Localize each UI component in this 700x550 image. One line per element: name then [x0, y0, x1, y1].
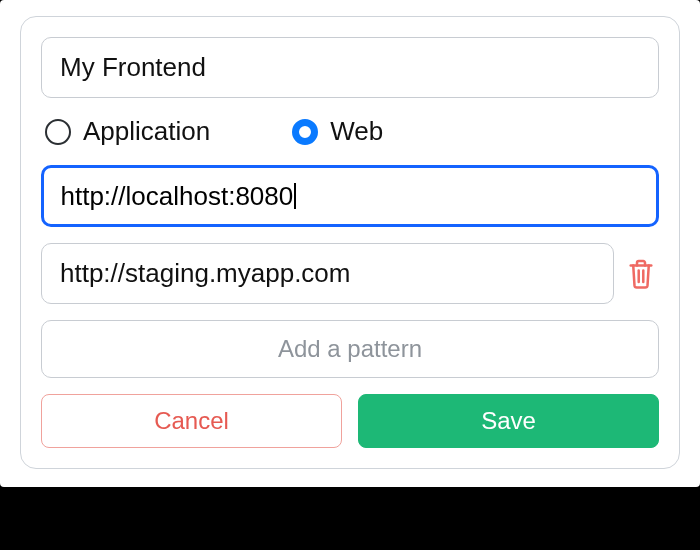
add-pattern-button[interactable]: Add a pattern	[41, 320, 659, 378]
radio-label-web: Web	[330, 116, 383, 147]
trash-icon	[627, 258, 655, 290]
radio-icon	[45, 119, 71, 145]
frontend-type-radio-group: Application Web	[41, 114, 659, 149]
stage: Application Web http://localhost:8080	[0, 0, 700, 550]
radio-option-application[interactable]: Application	[45, 116, 210, 147]
radio-option-web[interactable]: Web	[292, 116, 383, 147]
device-frame: Application Web http://localhost:8080	[0, 0, 700, 487]
pattern-input-1[interactable]	[41, 243, 614, 304]
pattern-input-0[interactable]: http://localhost:8080	[41, 165, 659, 227]
cancel-button[interactable]: Cancel	[41, 394, 342, 448]
pattern-row-1	[41, 243, 659, 304]
text-caret	[294, 183, 296, 209]
pattern-input-0-text: http://localhost:8080	[61, 181, 294, 212]
frontend-config-panel: Application Web http://localhost:8080	[20, 16, 680, 469]
frontend-name-input[interactable]	[41, 37, 659, 98]
delete-pattern-button[interactable]	[624, 250, 659, 298]
radio-label-application: Application	[83, 116, 210, 147]
radio-icon-checked	[292, 119, 318, 145]
form-actions: Cancel Save	[41, 394, 659, 448]
save-button[interactable]: Save	[358, 394, 659, 448]
